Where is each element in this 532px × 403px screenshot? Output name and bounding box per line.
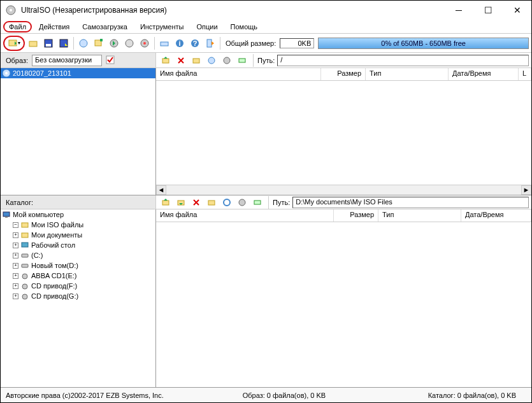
col-date[interactable]: Дата/Время xyxy=(449,68,519,80)
mount-button[interactable] xyxy=(157,36,171,50)
img-label-icon[interactable] xyxy=(235,53,249,67)
app-icon xyxy=(6,5,16,15)
window-title: UltraISO (Незарегистрированная версия) xyxy=(21,6,450,15)
extract-button[interactable] xyxy=(107,36,121,50)
local-refresh-icon[interactable] xyxy=(220,195,234,209)
col-date[interactable]: Дата/Время xyxy=(461,209,531,222)
col-type[interactable]: Тип xyxy=(378,209,461,222)
tree-drive-e[interactable]: +ABBA CD1(E:) xyxy=(1,271,155,281)
local-delete-icon[interactable] xyxy=(189,195,203,209)
col-name[interactable]: Имя файла xyxy=(156,209,334,222)
img-props-icon[interactable] xyxy=(205,53,219,67)
catalog-bar: Каталог: Путь: D:\My documents\My ISO Fi… xyxy=(1,195,531,209)
image-list-header[interactable]: Имя файла Размер Тип Дата/Время L xyxy=(156,68,531,81)
svg-point-16 xyxy=(143,42,146,45)
svg-rect-41 xyxy=(208,201,215,205)
menu-help[interactable]: Помощь xyxy=(225,21,264,32)
local-path-value[interactable]: D:\My documents\My ISO Files xyxy=(292,197,529,208)
local-newfolder-icon[interactable] xyxy=(205,195,219,209)
tree-my-docs[interactable]: +Мои документы xyxy=(1,230,155,240)
exit-button[interactable] xyxy=(203,36,217,50)
create-cd-button[interactable] xyxy=(76,36,90,50)
menu-options[interactable]: Опции xyxy=(191,21,223,32)
img-delete-icon[interactable] xyxy=(174,53,188,67)
col-name[interactable]: Имя файла xyxy=(156,68,321,80)
local-up-icon[interactable] xyxy=(159,195,173,209)
add-files-button[interactable] xyxy=(92,36,106,50)
local-add-icon[interactable] xyxy=(174,195,188,209)
save-button[interactable] xyxy=(41,36,55,50)
svg-rect-48 xyxy=(22,233,28,237)
image-bar: Образ: Без самозагрузки Путь: / xyxy=(1,53,531,68)
save-as-button[interactable] xyxy=(57,36,71,50)
close-button[interactable]: ✕ xyxy=(508,5,526,15)
image-file-list[interactable]: Имя файла Размер Тип Дата/Время L ◄► xyxy=(156,68,531,195)
total-size-label: Общий размер: xyxy=(223,39,278,47)
local-list-header[interactable]: Имя файла Размер Тип Дата/Время xyxy=(156,209,531,222)
tree-my-iso[interactable]: −Мои ISO файлы xyxy=(1,220,155,230)
boot-type-combo[interactable]: Без самозагрузки xyxy=(32,55,102,66)
svg-marker-36 xyxy=(164,199,168,201)
svg-rect-22 xyxy=(207,39,212,47)
img-up-icon[interactable] xyxy=(159,53,173,67)
local-settings-icon[interactable] xyxy=(235,195,249,209)
info-button[interactable]: i xyxy=(173,36,187,50)
col-type[interactable]: Тип xyxy=(366,68,449,80)
img-settings-icon[interactable] xyxy=(220,53,234,67)
tree-drive-f[interactable]: +CD привод(F:) xyxy=(1,281,155,291)
burn-button[interactable] xyxy=(138,36,152,50)
menu-tools[interactable]: Инструменты xyxy=(134,21,190,32)
new-button[interactable]: ▾ xyxy=(3,36,25,51)
svg-point-34 xyxy=(5,72,8,74)
help-button[interactable]: ? xyxy=(188,36,202,50)
col-size[interactable]: Размер xyxy=(334,209,378,222)
local-file-list[interactable]: Имя файла Размер Тип Дата/Время xyxy=(156,209,531,387)
svg-text:i: i xyxy=(178,39,180,47)
svg-rect-47 xyxy=(22,223,28,227)
svg-rect-51 xyxy=(22,264,28,267)
svg-rect-35 xyxy=(162,201,169,205)
svg-rect-11 xyxy=(100,39,103,41)
image-hscroll[interactable]: ◄► xyxy=(156,185,531,195)
col-l[interactable]: L xyxy=(519,68,531,80)
local-path-label: Путь: xyxy=(270,199,292,206)
statusbar: Авторские права (c)2002-2017 EZB Systems… xyxy=(1,387,531,402)
image-path-value[interactable]: / xyxy=(277,55,529,66)
status-copyright: Авторские права (c)2002-2017 EZB Systems… xyxy=(6,392,207,399)
tree-drive-d[interactable]: +Новый том(D:) xyxy=(1,260,155,271)
svg-rect-50 xyxy=(22,254,28,257)
svg-point-43 xyxy=(239,199,245,206)
col-size[interactable]: Размер xyxy=(321,68,366,80)
tree-drive-g[interactable]: +CD привод(G:) xyxy=(1,291,155,301)
minimize-button[interactable]: ─ xyxy=(450,5,468,15)
svg-rect-4 xyxy=(29,41,37,46)
menu-bootable[interactable]: Самозагрузка xyxy=(76,21,133,32)
svg-rect-45 xyxy=(3,212,10,216)
svg-rect-49 xyxy=(22,243,28,247)
svg-point-31 xyxy=(224,57,230,64)
menu-file[interactable]: Файл xyxy=(3,21,32,32)
maximize-button[interactable]: ☐ xyxy=(479,5,497,15)
status-image: Образ: 0 файла(ов), 0 KB xyxy=(207,392,362,399)
tree-my-computer[interactable]: Мой компьютер xyxy=(1,209,155,220)
boot-check-icon[interactable] xyxy=(106,55,116,66)
image-tree[interactable]: 20180207_213101 xyxy=(1,68,156,195)
image-tree-root[interactable]: 20180207_213101 xyxy=(1,68,155,78)
total-size-value: 0KB xyxy=(280,38,314,48)
local-tree[interactable]: Мой компьютер −Мои ISO файлы +Мои докуме… xyxy=(1,209,156,387)
tree-drive-c[interactable]: +(C:) xyxy=(1,250,155,260)
open-button[interactable] xyxy=(26,36,40,50)
svg-marker-26 xyxy=(164,57,168,59)
svg-marker-23 xyxy=(212,41,214,45)
capacity-bar[interactable]: 0% of 650MB - 650MB free xyxy=(318,38,529,49)
menu-actions[interactable]: Действия xyxy=(33,21,75,32)
svg-rect-32 xyxy=(239,59,245,62)
compress-button[interactable] xyxy=(122,36,136,50)
tree-desktop[interactable]: +Рабочий стол xyxy=(1,240,155,250)
svg-point-14 xyxy=(126,39,133,47)
main-toolbar: ▾ i ? Общий размер: 0KB 0% of 650MB - 65… xyxy=(1,34,531,53)
img-newfolder-icon[interactable] xyxy=(189,53,203,67)
local-search-icon[interactable] xyxy=(250,195,264,209)
svg-point-30 xyxy=(208,57,215,64)
titlebar: UltraISO (Незарегистрированная версия) ─… xyxy=(1,1,531,20)
